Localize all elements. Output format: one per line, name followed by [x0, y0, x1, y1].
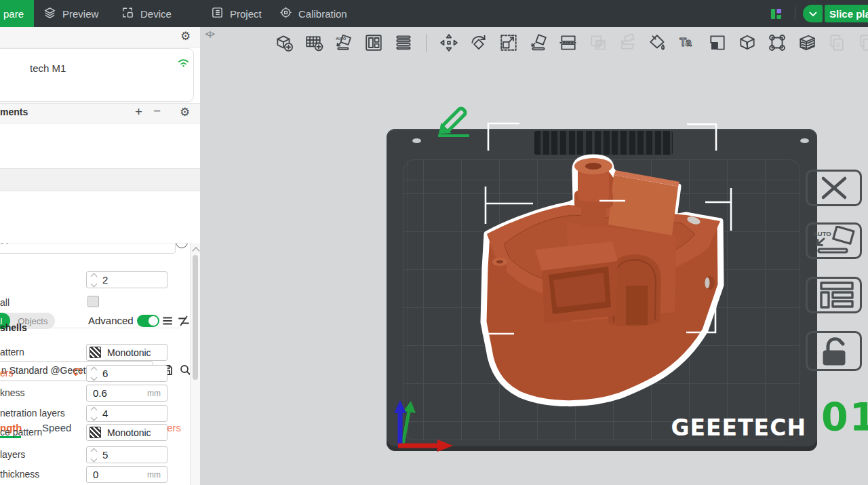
tab-project[interactable]: Project: [211, 0, 262, 27]
spinner-arrows-icon[interactable]: [92, 368, 96, 380]
bottom-layers-value: 5: [102, 449, 108, 461]
plate-comb-texture: [534, 131, 673, 155]
arrange-plate-button[interactable]: [806, 277, 862, 313]
axes-gizmo: [393, 397, 465, 452]
cut-icon[interactable]: [557, 31, 579, 55]
chevron-down-icon: [809, 7, 817, 20]
arrange-icon: [813, 280, 855, 310]
shells-section-title: shells: [0, 322, 27, 333]
remove-filament-button[interactable]: −: [153, 104, 161, 117]
unit-label: mm: [147, 470, 161, 480]
unlock-icon: [814, 335, 854, 368]
plate-screw-hole: [800, 138, 809, 143]
topbar-separator: [795, 7, 795, 20]
tab-device[interactable]: Device: [121, 0, 172, 27]
close-icon: [816, 174, 852, 201]
field-top-thickness: kness 0.6 mm: [0, 385, 190, 402]
tab-calibration[interactable]: Calibration: [279, 0, 347, 27]
filaments-section-header: [0, 103, 200, 123]
top-layers-input[interactable]: 6: [86, 365, 167, 382]
bottom-layers-label: layers: [0, 446, 25, 463]
rotate-icon[interactable]: [468, 31, 490, 55]
printer-settings-gear-icon[interactable]: ⚙: [180, 31, 191, 42]
reset-value-icon[interactable]: [73, 368, 83, 381]
top-bar: pare Preview Device Project Calibration: [0, 0, 868, 27]
bottom-pattern-label: ce pattern: [0, 424, 42, 441]
printer-name: tech M1: [30, 62, 66, 74]
fuzzy-skin-icon[interactable]: [766, 31, 788, 55]
panel-scrollbar[interactable]: [190, 243, 201, 485]
spinner-arrows-icon[interactable]: [92, 449, 96, 461]
arrange-icon[interactable]: [363, 31, 384, 55]
top-layers-value: 6: [102, 368, 108, 379]
assembly-icon: [617, 31, 639, 55]
variable-layer-height-icon[interactable]: [796, 31, 818, 55]
support-paint-icon[interactable]: [707, 31, 728, 55]
tab-preview-label: Preview: [62, 8, 98, 20]
bottom-thickness-input[interactable]: 0 mm: [86, 466, 167, 483]
monotonic-pattern-icon: [90, 427, 101, 438]
add-object-icon[interactable]: [273, 31, 295, 55]
svg-text:Ta: Ta: [679, 36, 692, 48]
spinner-arrows-icon[interactable]: [92, 408, 96, 420]
tab-project-label: Project: [230, 8, 262, 20]
monotonic-pattern-icon: [90, 347, 101, 358]
slice-plate-button[interactable]: Slice pla: [825, 5, 868, 22]
move-icon[interactable]: [438, 31, 460, 55]
edit-plate-name-icon[interactable]: [435, 104, 472, 137]
field-penetration-layers: netration layers 4: [0, 405, 190, 422]
field-bottom-layers: layers 5: [0, 446, 190, 463]
bottom-pattern-select[interactable]: Monotonic: [86, 424, 167, 441]
filaments-title: ments: [0, 106, 28, 117]
plate-brand-logo: GEEETECH: [671, 414, 806, 441]
svg-text:AUTO: AUTO: [813, 230, 831, 237]
auto-orient-icon[interactable]: AUTO: [333, 31, 355, 55]
top-thickness-input[interactable]: 0.6 mm: [86, 385, 167, 402]
left-panel: ⚙ tech M1 ments + − ⚙ A ••• bal Objects: [0, 27, 201, 485]
wifi-icon: [176, 56, 191, 71]
add-filament-button[interactable]: +: [135, 105, 142, 118]
auto-orient-icon: AUTO: [810, 226, 858, 256]
panel-collapse-handle[interactable]: <|>: [205, 30, 214, 38]
filament-row: A •••: [0, 123, 200, 159]
mesh-boolean-icon: [587, 31, 609, 55]
top-pattern-value: Monotonic: [107, 347, 151, 358]
top-pattern-label: attern: [0, 344, 24, 361]
delete-plate-button[interactable]: [806, 170, 862, 206]
benchy-model[interactable]: [465, 153, 729, 417]
auto-orient-plate-button[interactable]: AUTO: [806, 222, 862, 259]
bottom-thickness-label: thickness: [0, 466, 39, 483]
top-thickness-label: kness: [0, 385, 25, 402]
wall-loops-input[interactable]: 2: [86, 271, 167, 288]
top-pattern-select[interactable]: Monotonic: [86, 344, 167, 361]
layers-icon: [43, 6, 56, 21]
field-top-layers: ers 6: [0, 365, 190, 382]
penetration-layers-input[interactable]: 4: [86, 405, 167, 422]
window-layout-icon[interactable]: [770, 8, 782, 22]
scrollbar-thumb[interactable]: [193, 255, 198, 380]
device-icon: [121, 6, 134, 21]
slice-options-dropdown[interactable]: [803, 5, 823, 22]
plate-screw-hole: [412, 138, 421, 143]
lay-on-face-icon[interactable]: [528, 31, 549, 55]
filament-settings-gear-icon[interactable]: ⚙: [180, 106, 190, 118]
printer-section-header: ⚙: [0, 27, 200, 47]
scale-icon[interactable]: [498, 31, 519, 55]
seam-paint-icon[interactable]: [736, 31, 758, 55]
split-layers-icon[interactable]: [393, 31, 414, 55]
lock-plate-button[interactable]: [806, 331, 862, 371]
add-plate-icon[interactable]: [303, 31, 325, 55]
penetration-layers-value: 4: [102, 408, 108, 419]
tab-prepare[interactable]: pare: [0, 0, 34, 27]
toolbar-separator: [426, 34, 427, 52]
color-paint-icon[interactable]: [647, 31, 669, 55]
text-tool-icon[interactable]: Ta: [677, 31, 698, 55]
parameter-tabs: ngth Speed Support Others: [0, 222, 200, 244]
viewport-3d[interactable]: <|> AUTO: [200, 27, 868, 485]
thin-wall-checkbox[interactable]: [87, 296, 99, 307]
spinner-arrows-icon[interactable]: [92, 274, 96, 286]
bottom-layers-input[interactable]: 5: [86, 446, 167, 463]
tab-preview[interactable]: Preview: [43, 0, 98, 27]
penetration-layers-label: netration layers: [0, 405, 65, 422]
printer-card[interactable]: [0, 48, 194, 102]
